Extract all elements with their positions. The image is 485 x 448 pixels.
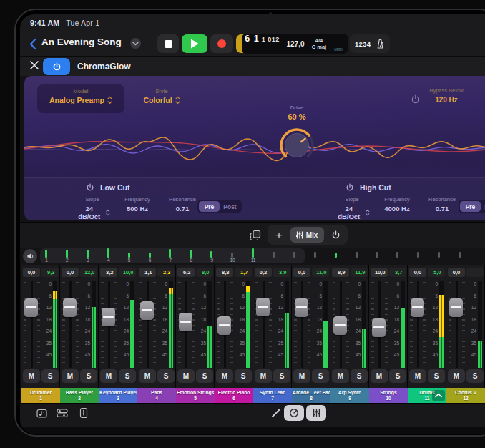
mute-button[interactable]: M [216,369,233,383]
drive-knob[interactable] [278,126,316,165]
channel-name-plate[interactable]: Strings 10 [369,388,408,403]
mute-button[interactable]: M [139,369,156,383]
metronome-icon[interactable] [376,39,385,49]
track-overview-tick[interactable] [376,248,378,258]
frequency-control[interactable]: Frequency 500 Hz [119,196,155,220]
track-overview-tick[interactable]: 2 [66,248,68,258]
solo-button[interactable]: S [80,369,97,383]
frequency-control[interactable]: Frequency 4000 Hz [379,196,415,220]
track-overview-tick[interactable] [335,248,337,258]
channel-peak-value[interactable]: -3,7 [389,268,406,277]
mute-button[interactable]: M [177,369,195,383]
volume-fader[interactable] [102,308,115,326]
song-menu-button[interactable] [130,38,141,49]
volume-fader[interactable] [333,316,347,335]
mute-button[interactable]: M [448,369,465,383]
mute-button[interactable]: M [62,369,79,383]
volume-fader[interactable] [256,298,270,316]
channel-name-plate[interactable]: Emotion Strings 5 [176,388,215,403]
track-overview-tick[interactable] [293,248,295,258]
slope-control[interactable]: Slope 24 dB/Oct [74,196,110,220]
model-selector[interactable]: Model Analog Preamp [37,84,124,113]
count-in-button[interactable]: 1234 [355,40,371,48]
record-button[interactable] [210,34,233,53]
channel-name-plate[interactable]: Keyboard Player 3 [99,388,137,403]
post-option[interactable]: Post [220,201,240,212]
volume-fader[interactable] [179,313,192,331]
bypass-power-icon[interactable] [411,94,421,104]
solo-button[interactable]: S [466,369,484,383]
volume-fader[interactable] [24,298,38,317]
expand-channel-button[interactable] [432,390,445,401]
track-overview-tick[interactable]: 4 [107,248,109,258]
lcd-display[interactable]: 6 1 1 012 127,0 4/4 C maj MIDI [242,34,348,54]
solo-button[interactable]: S [157,369,175,383]
channel-name-plate[interactable]: Synth Lead 7 [253,388,292,403]
stepper-icon[interactable] [175,96,180,104]
stepper-icon[interactable] [106,209,110,216]
channel-name-plate[interactable]: Bass Player 2 [60,388,99,403]
duplicate-button[interactable] [245,227,265,244]
track-overview-tick[interactable]: 11 [252,248,254,258]
track-overview-tick[interactable]: 3 [87,248,89,258]
solo-button[interactable]: S [273,369,290,383]
solo-button[interactable]: S [428,369,445,383]
channel-name-plate[interactable]: Chorus V 12 [446,388,485,403]
channel-peak-value[interactable]: -11,0 [312,268,329,277]
channel-volume-value[interactable]: -3,2 [100,268,117,277]
channel-volume-value[interactable]: 0,0 [448,268,465,277]
channel-volume-value[interactable]: 0,0 [409,268,426,277]
resonance-control[interactable]: Resonance 0.71 [424,196,460,220]
plugin-power-button[interactable] [43,58,70,75]
channel-peak-value[interactable]: -10,0 [119,268,136,277]
channel-name-plate[interactable]: Drummer 1 [21,388,60,403]
track-overview-tick[interactable] [459,248,461,258]
track-overview-tick[interactable] [314,248,316,258]
solo-button[interactable]: S [196,369,213,383]
close-plugin-icon[interactable] [29,60,39,70]
channel-peak-value[interactable]: -1,7 [235,268,252,277]
channel-name-plate[interactable]: Arcade…eet Pad 8 [292,388,330,403]
stepper-icon[interactable] [107,96,112,104]
song-title[interactable]: An Evening Song [41,36,122,47]
device-inspector-button[interactable] [77,406,90,419]
channel-peak-value[interactable]: -9,3 [41,268,59,277]
track-overview-tick[interactable]: 10 [231,248,233,258]
volume-fader[interactable] [411,298,424,317]
mute-button[interactable]: M [371,369,388,383]
channel-volume-value[interactable]: -8,8 [216,268,233,277]
track-overview-tick[interactable] [417,248,419,258]
volume-fader[interactable] [372,318,386,337]
channel-volume-value[interactable]: -6,2 [177,268,195,277]
channel-volume-value[interactable]: 0,2 [255,268,272,277]
track-overview-tick[interactable]: 5 [128,248,130,258]
solo-button[interactable]: S [119,369,136,383]
mixer-view-button[interactable] [306,405,326,421]
solo-button[interactable]: S [389,369,406,383]
mute-button[interactable]: M [100,369,117,383]
pre-option[interactable]: Pre [460,201,481,212]
loop-browser-button[interactable] [36,406,49,419]
slope-control[interactable]: Slope 24 dB/Oct [334,196,370,220]
stop-button[interactable] [157,34,179,53]
volume-fader[interactable] [217,316,231,335]
track-overview-tick[interactable]: 6 [149,248,151,258]
solo-button[interactable]: S [41,369,59,383]
channel-peak-value[interactable]: -8,0 [196,268,213,277]
solo-button[interactable]: S [351,369,368,383]
channel-peak-value[interactable]: -5,0 [428,268,445,277]
add-track-button[interactable]: ＋ [270,227,288,243]
mute-button[interactable]: M [409,369,426,383]
track-overview-tick[interactable]: 8 [190,248,192,258]
channel-volume-value[interactable]: 0,0 [23,268,40,277]
pencil-tool-icon[interactable] [270,407,282,419]
track-overview-tick[interactable] [396,248,398,258]
track-overview-tick[interactable]: 1 [45,248,47,258]
volume-fader[interactable] [295,298,308,317]
back-icon[interactable] [29,38,37,50]
channel-volume-value[interactable]: -1,1 [139,268,156,277]
pre-option[interactable]: Pre [199,201,220,212]
channel-name-plate[interactable]: Drums 11 [408,388,446,403]
channel-volume-value[interactable]: -10,0 [371,268,388,277]
level-control[interactable]: Level 0.0 [474,87,485,104]
